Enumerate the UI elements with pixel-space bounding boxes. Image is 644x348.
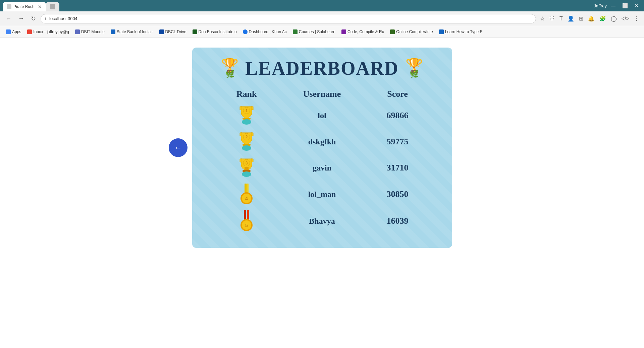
- username-column-header: Username: [284, 89, 360, 99]
- bookmark-apps[interactable]: Apps: [3, 28, 24, 35]
- title-bar: Pirate Rush ✕ Jaffrey — ⬜ ✕: [0, 0, 644, 11]
- svg-text:2: 2: [246, 135, 248, 139]
- bookmark-inbox[interactable]: Inbox - jaffreyjoy@g: [24, 28, 72, 35]
- table-header: Rank Username Score: [209, 89, 435, 99]
- online-compiler-bookmark-icon: [390, 29, 395, 34]
- inbox-bookmark-icon: [27, 29, 32, 34]
- rank-4-medal-icon: 4: [239, 184, 254, 205]
- svg-rect-21: [247, 210, 249, 220]
- bookmark-typing[interactable]: Learn How to Type F: [436, 28, 485, 35]
- bookmark-sbi-label: State Bank of India -: [117, 29, 153, 34]
- bookmark-online-compiler[interactable]: Online Compiler/Inte: [387, 28, 435, 35]
- back-button[interactable]: ←: [169, 138, 187, 157]
- tab-title: Pirate Rush: [13, 4, 35, 9]
- table-row: 5 Bhavya 16039: [209, 208, 435, 234]
- rank-cell-2: 2: [209, 131, 284, 152]
- bookmarks-bar: Apps Inbox - jaffreyjoy@g DBIT Moodle St…: [0, 26, 644, 38]
- new-tab[interactable]: [46, 2, 59, 11]
- rank-3-trophy-icon: 3: [238, 157, 255, 178]
- nav-bar: ← → ↻ ℹ localhost:3004 ☆ 🛡 T 👤 ⊞ 🔔 🧩 ◯ <…: [0, 11, 644, 26]
- username-cell-3: gavin: [284, 163, 360, 172]
- svg-text:5: 5: [245, 223, 248, 228]
- forward-nav-button[interactable]: →: [16, 14, 26, 23]
- left-trophy-decoration: 🏆 🌿: [221, 59, 238, 78]
- back-nav-button[interactable]: ←: [3, 14, 13, 23]
- rank-2-trophy-icon: 2: [238, 131, 255, 152]
- username-cell-1: lol: [284, 111, 360, 120]
- translate-icon[interactable]: T: [558, 14, 564, 23]
- bookmark-sbi[interactable]: State Bank of India -: [108, 28, 156, 35]
- reload-button[interactable]: ↻: [29, 14, 38, 24]
- close-button[interactable]: ✕: [632, 2, 641, 9]
- tab-bar: Pirate Rush ✕: [3, 0, 59, 11]
- minimize-button[interactable]: —: [608, 2, 618, 9]
- bookmark-dbcl-label: DBCL Drive: [165, 29, 186, 34]
- score-cell-5: 16039: [360, 216, 435, 226]
- table-row: 3 gavin 31710: [209, 155, 435, 181]
- svg-rect-0: [245, 115, 249, 118]
- username-cell-2: dskgfkh: [284, 137, 360, 146]
- svg-point-2: [242, 119, 251, 125]
- username-cell-5: Bhavya: [284, 217, 360, 226]
- bookmark-solo[interactable]: Courses | SoloLearn: [290, 28, 338, 35]
- bookmark-compile[interactable]: Code, Compile & Ru: [339, 28, 387, 35]
- dbcl-bookmark-icon: [159, 29, 164, 34]
- profile-icon[interactable]: 👤: [566, 14, 576, 23]
- content-area: ← 🏆 🌿 LEADERBOARD 🏆 🌿 Rank Username: [0, 38, 644, 348]
- bookmark-online-compiler-label: Online Compiler/Inte: [396, 29, 433, 34]
- bookmark-inbox-label: Inbox - jaffreyjoy@g: [33, 29, 69, 34]
- bosco-bookmark-icon: [193, 29, 197, 34]
- bookmark-typing-label: Learn How to Type F: [445, 29, 482, 34]
- bookmark-moodle-label: DBIT Moodle: [81, 29, 105, 34]
- table-row: 4 lol_man 30850: [209, 181, 435, 208]
- svg-point-7: [242, 145, 251, 151]
- typing-bookmark-icon: [439, 29, 444, 34]
- bookmark-star-icon[interactable]: ☆: [539, 14, 546, 23]
- address-bar[interactable]: ℹ localhost:3004: [41, 14, 536, 23]
- extensions-icon[interactable]: 🧩: [598, 14, 607, 23]
- apps-bookmark-icon: [6, 29, 11, 34]
- table-row: 2 dskgfkh 59775: [209, 129, 435, 155]
- score-cell-1: 69866: [360, 111, 435, 121]
- rank-column-header: Rank: [209, 89, 284, 99]
- profile2-icon[interactable]: ◯: [609, 14, 618, 23]
- title-bar-controls: Jaffrey — ⬜ ✕: [594, 2, 641, 9]
- bookmark-solo-label: Courses | SoloLearn: [299, 29, 335, 34]
- google-apps-icon[interactable]: ⊞: [578, 14, 585, 23]
- svg-rect-10: [245, 167, 249, 170]
- khan-bookmark-icon: [243, 29, 248, 34]
- bookmark-bosco[interactable]: Don Bosco Institute o: [190, 28, 239, 35]
- svg-rect-16: [247, 184, 249, 193]
- table-row: 1 lol 69866: [209, 102, 435, 129]
- bookmark-dbcl[interactable]: DBCL Drive: [157, 28, 189, 35]
- bookmark-compile-label: Code, Compile & Ru: [347, 29, 384, 34]
- solo-bookmark-icon: [293, 29, 298, 34]
- tab-close-button[interactable]: ✕: [38, 4, 42, 9]
- shield-icon[interactable]: 🛡: [548, 14, 556, 23]
- active-tab[interactable]: Pirate Rush ✕: [3, 2, 46, 11]
- vscode-icon[interactable]: </>: [620, 14, 631, 23]
- notifications-icon[interactable]: 🔔: [587, 14, 596, 23]
- bookmark-khan-label: Dashboard | Khan Ac: [249, 29, 287, 34]
- right-laurel-icon: 🌿: [410, 71, 419, 78]
- rank-5-medal-icon: 5: [239, 210, 254, 232]
- score-cell-2: 59775: [360, 137, 435, 147]
- bookmark-khan[interactable]: Dashboard | Khan Ac: [240, 28, 289, 35]
- moodle-bookmark-icon: [75, 29, 80, 34]
- maximize-button[interactable]: ⬜: [620, 2, 631, 9]
- rank-1-trophy-icon: 1: [238, 105, 255, 126]
- svg-point-12: [242, 171, 251, 177]
- sbi-bookmark-icon: [111, 29, 115, 34]
- rank-cell-3: 3: [209, 157, 284, 178]
- user-name: Jaffrey: [594, 3, 607, 8]
- rank-cell-5: 5: [209, 210, 284, 232]
- score-column-header: Score: [360, 89, 435, 99]
- svg-text:3: 3: [246, 161, 248, 165]
- svg-rect-5: [245, 141, 249, 144]
- more-options-icon[interactable]: ⋮: [633, 14, 641, 23]
- score-cell-3: 31710: [360, 163, 435, 173]
- svg-rect-15: [245, 184, 247, 193]
- username-cell-4: lol_man: [284, 190, 360, 199]
- bookmark-moodle[interactable]: DBIT Moodle: [72, 28, 107, 35]
- leaderboard-container: ← 🏆 🌿 LEADERBOARD 🏆 🌿 Rank Username: [192, 48, 452, 248]
